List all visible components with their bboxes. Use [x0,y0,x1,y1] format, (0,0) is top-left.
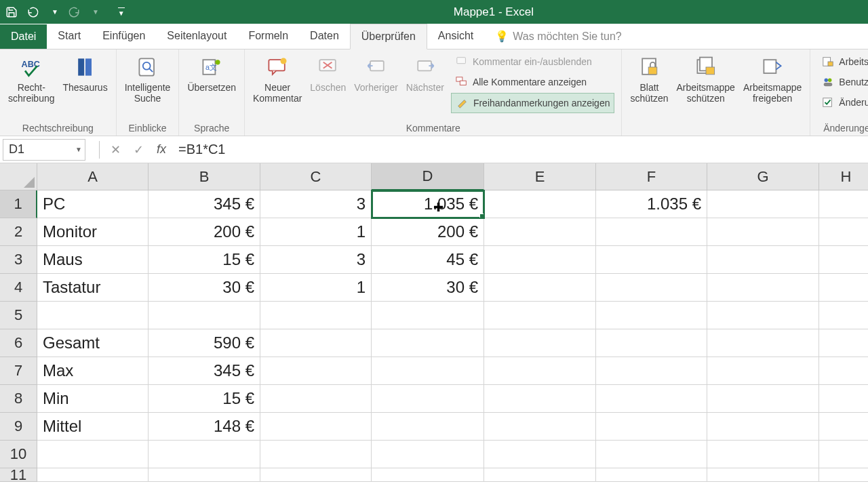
next-comment-button[interactable]: Nächster [402,51,448,96]
tab-einfügen[interactable]: Einfügen [92,24,156,49]
cell-C9[interactable] [260,413,372,441]
delete-comment-button[interactable]: Löschen [306,51,350,96]
cell-H8[interactable] [819,385,868,413]
cell-H11[interactable] [819,468,868,482]
cell-F9[interactable] [596,413,707,441]
row-header-8[interactable]: 8 [0,385,37,413]
toggle-comment-button[interactable]: Kommentar ein-/ausblenden [451,52,615,71]
cell-G9[interactable] [707,413,819,441]
cell-G5[interactable] [707,302,819,329]
tab-start[interactable]: Start [47,24,92,49]
cell-A8[interactable]: Min [37,385,149,413]
cell-F7[interactable] [596,357,707,385]
cell-B4[interactable]: 30 € [149,274,260,302]
cell-B11[interactable] [149,468,260,482]
col-header-B[interactable]: B [149,163,260,190]
cell-F1[interactable]: 1.035 € [596,190,707,218]
cell-G2[interactable] [707,218,819,246]
cell-E8[interactable] [484,385,596,413]
cell-A11[interactable] [37,468,149,482]
cell-A4[interactable]: Tastatur [37,274,149,302]
cell-E7[interactable] [484,357,596,385]
cell-C7[interactable] [260,357,372,385]
tell-me[interactable]: 💡 Was möchten Sie tun? [484,24,632,49]
row-header-6[interactable]: 6 [0,329,37,357]
cell-A7[interactable]: Max [37,357,149,385]
cell-H2[interactable] [819,218,868,246]
cell-F5[interactable] [596,302,707,329]
new-comment-button[interactable]: Neuer Kommentar [249,51,306,106]
cell-H9[interactable] [819,413,868,441]
cell-D4[interactable]: 30 € [372,274,484,302]
cell-H3[interactable] [819,246,868,274]
cell-E5[interactable] [484,302,596,329]
changes-item-1[interactable]: Arbeitsm [817,52,868,71]
row-header-3[interactable]: 3 [0,246,37,274]
show-ink-button[interactable]: Freihandanmerkungen anzeigen [451,93,615,113]
qat-customize-icon[interactable]: ▼ [118,7,125,17]
tab-formeln[interactable]: Formeln [237,24,299,49]
spelling-button[interactable]: ABC Recht- schreibung [4,51,59,106]
cell-D5[interactable] [372,302,484,329]
cell-D3[interactable]: 45 € [372,246,484,274]
col-header-C[interactable]: C [260,163,372,190]
row-header-1[interactable]: 1 [0,190,37,218]
cell-B3[interactable]: 15 € [149,246,260,274]
cell-B6[interactable]: 590 € [149,329,260,357]
tab-seitenlayout[interactable]: Seitenlayout [156,24,237,49]
cell-E4[interactable] [484,274,596,302]
cell-H4[interactable] [819,274,868,302]
col-header-A[interactable]: A [37,163,149,190]
cell-B9[interactable]: 148 € [149,413,260,441]
cell-G10[interactable] [707,441,819,468]
cell-F8[interactable] [596,385,707,413]
protect-workbook-button[interactable]: Arbeitsmappe schützen [673,51,739,106]
changes-item-3[interactable]: Änderun [817,93,868,112]
col-header-F[interactable]: F [596,163,707,190]
tab-überprüfen[interactable]: Überprüfen [350,24,427,49]
cell-A9[interactable]: Mittel [37,413,149,441]
cell-F4[interactable] [596,274,707,302]
cell-F3[interactable] [596,246,707,274]
cell-F11[interactable] [596,468,707,482]
undo-icon[interactable] [27,6,39,18]
cell-F6[interactable] [596,329,707,357]
cell-G8[interactable] [707,385,819,413]
smart-lookup-button[interactable]: Intelligente Suche [121,51,175,106]
enter-formula-button[interactable]: ✓ [127,139,150,161]
cancel-formula-button[interactable]: ✕ [104,139,127,161]
translate-button[interactable]: a文 Übersetzen [183,51,240,96]
row-header-11[interactable]: 11 [0,468,37,482]
cell-A3[interactable]: Maus [37,246,149,274]
share-workbook-button[interactable]: Arbeitsmappe freigeben [739,51,806,106]
cell-B7[interactable]: 345 € [149,357,260,385]
save-icon[interactable] [5,6,18,18]
cell-A6[interactable]: Gesamt [37,329,149,357]
cell-D11[interactable] [372,468,484,482]
cell-C6[interactable] [260,329,372,357]
row-header-9[interactable]: 9 [0,413,37,441]
col-header-G[interactable]: G [707,163,819,190]
cell-C2[interactable]: 1 [260,218,372,246]
cell-D6[interactable] [372,329,484,357]
cell-F10[interactable] [596,441,707,468]
cell-A2[interactable]: Monitor [37,218,149,246]
prev-comment-button[interactable]: Vorheriger [350,51,402,96]
row-header-5[interactable]: 5 [0,302,37,329]
redo-dropdown-icon[interactable]: ▼ [92,8,99,16]
cell-G3[interactable] [707,246,819,274]
formula-input[interactable] [173,139,868,161]
cell-D7[interactable] [372,357,484,385]
cell-A5[interactable] [37,302,149,329]
row-header-7[interactable]: 7 [0,357,37,385]
cell-H6[interactable] [819,329,868,357]
tab-ansicht[interactable]: Ansicht [427,24,484,49]
cell-E11[interactable] [484,468,596,482]
cell-D9[interactable] [372,413,484,441]
thesaurus-button[interactable]: Thesaurus [59,51,112,96]
cell-H7[interactable] [819,357,868,385]
redo-icon[interactable] [68,6,80,18]
changes-item-2[interactable]: Benutzer [817,73,868,92]
row-header-4[interactable]: 4 [0,274,37,302]
cell-E9[interactable] [484,413,596,441]
